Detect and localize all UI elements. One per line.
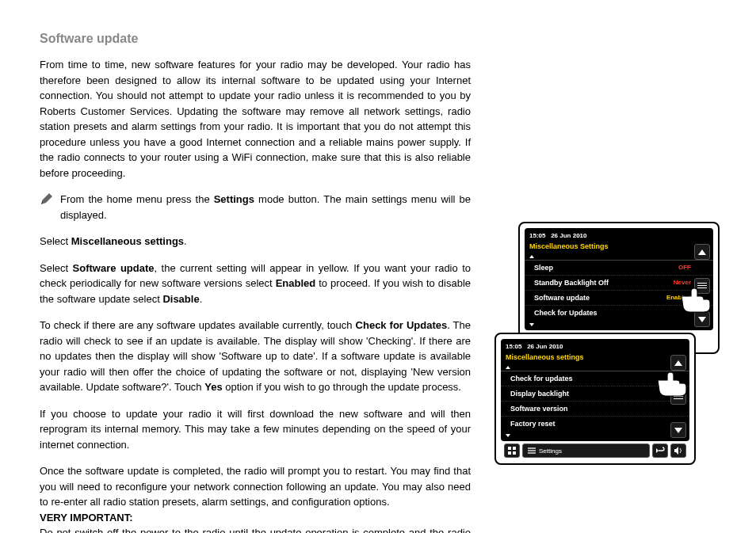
clock: 15:05 xyxy=(506,343,521,350)
screen-title: Miscellaneous Settings xyxy=(525,241,713,252)
item-label: Standby Backlight Off xyxy=(534,279,609,287)
item-label: Check for updates xyxy=(510,375,573,383)
check-bold: Check for Updates xyxy=(356,319,448,331)
pen-icon xyxy=(40,192,54,223)
svg-rect-5 xyxy=(513,451,516,455)
step-settings: From the home menu press the Settings mo… xyxy=(60,192,471,223)
download-paragraph: If you choose to update your radio it wi… xyxy=(40,406,471,453)
settings-button[interactable]: Settings xyxy=(522,444,650,458)
vimp-label: VERY IMPORTANT: xyxy=(40,512,133,523)
list-item[interactable]: Check for Updates xyxy=(525,306,713,320)
text: Select xyxy=(40,235,71,247)
yes-bold: Yes xyxy=(204,381,222,393)
scroll-up-indicator xyxy=(529,255,534,258)
date: 26 Jun 2010 xyxy=(527,343,563,350)
misc-bold: Miscellaneous settings xyxy=(71,235,184,247)
speaker-button[interactable] xyxy=(670,444,686,458)
menu-button[interactable] xyxy=(670,389,686,405)
intro-paragraph: From time to time, new software features… xyxy=(40,57,471,181)
item-label: Display backlight xyxy=(510,390,569,398)
down-button[interactable] xyxy=(670,422,686,438)
list-item[interactable]: Software updateEnabled xyxy=(525,291,713,306)
svg-rect-3 xyxy=(513,447,516,450)
select-misc: Select Miscellaneous settings. xyxy=(40,234,471,249)
restart-paragraph: Once the software update is completed, t… xyxy=(40,463,471,510)
device-screenshot-2: 15:05 26 Jun 2010 Miscellaneous settings… xyxy=(494,333,696,465)
text: Select xyxy=(40,262,73,274)
status-bar: 15:05 26 Jun 2010 xyxy=(501,341,689,352)
item-label: Sleep xyxy=(534,264,553,272)
scroll-down-indicator xyxy=(529,323,534,326)
text: option if you wish to go through the upd… xyxy=(223,381,461,393)
item-label: Software update xyxy=(534,294,590,302)
menu-icon xyxy=(528,447,536,454)
item-value: Enabled xyxy=(666,294,691,302)
list-item[interactable]: Factory reset xyxy=(501,417,689,431)
list-item[interactable]: SleepOFF xyxy=(525,261,713,276)
disable-bold: Disable xyxy=(162,293,199,305)
up-button[interactable] xyxy=(694,244,710,260)
svg-rect-4 xyxy=(508,451,511,455)
up-button[interactable] xyxy=(670,355,686,371)
item-label: Factory reset xyxy=(510,420,556,428)
text: To check if there are any software updat… xyxy=(40,319,356,331)
date: 26 Jun 2010 xyxy=(551,232,586,239)
vimp-text: Do not switch off the power to the radio… xyxy=(40,527,471,533)
down-button[interactable] xyxy=(694,311,710,327)
menu-list: Check for updates Display backlight Soft… xyxy=(501,371,689,431)
scroll-up-indicator xyxy=(506,366,510,369)
home-button[interactable] xyxy=(504,444,520,458)
section-heading: Software update xyxy=(40,32,471,46)
enabled-bold: Enabled xyxy=(276,277,316,289)
very-important: VERY IMPORTANT: Do not switch off the po… xyxy=(40,510,471,534)
svg-rect-2 xyxy=(508,447,511,450)
item-value: Never xyxy=(674,279,691,287)
status-bar: 15:05 26 Jun 2010 xyxy=(525,230,713,241)
list-item[interactable]: Check for updates xyxy=(501,371,689,386)
text: . xyxy=(184,235,187,247)
item-value: OFF xyxy=(678,264,691,272)
item-label: Check for Updates xyxy=(534,309,598,317)
list-item[interactable]: Standby Backlight OffNever xyxy=(525,276,713,291)
scroll-down-indicator xyxy=(506,434,510,437)
sw-bold: Software update xyxy=(73,262,155,274)
menu-list: SleepOFF Standby Backlight OffNever Soft… xyxy=(525,260,713,320)
item-label: Software version xyxy=(510,405,568,413)
select-software-update: Select Software update, the current sett… xyxy=(40,261,471,307)
clock: 15:05 xyxy=(529,232,545,239)
text: . xyxy=(200,293,203,305)
list-item[interactable]: Display backlight xyxy=(501,386,689,402)
text: From the home menu press the xyxy=(60,193,214,205)
back-button[interactable] xyxy=(652,444,668,458)
screen-title: Miscellaneous settings xyxy=(501,352,689,363)
settings-label: Settings xyxy=(539,447,562,455)
settings-bold: Settings xyxy=(214,193,254,205)
check-updates-paragraph: To check if there are any software updat… xyxy=(40,318,471,395)
menu-button[interactable] xyxy=(694,278,710,294)
list-item[interactable]: Software version xyxy=(501,402,689,417)
